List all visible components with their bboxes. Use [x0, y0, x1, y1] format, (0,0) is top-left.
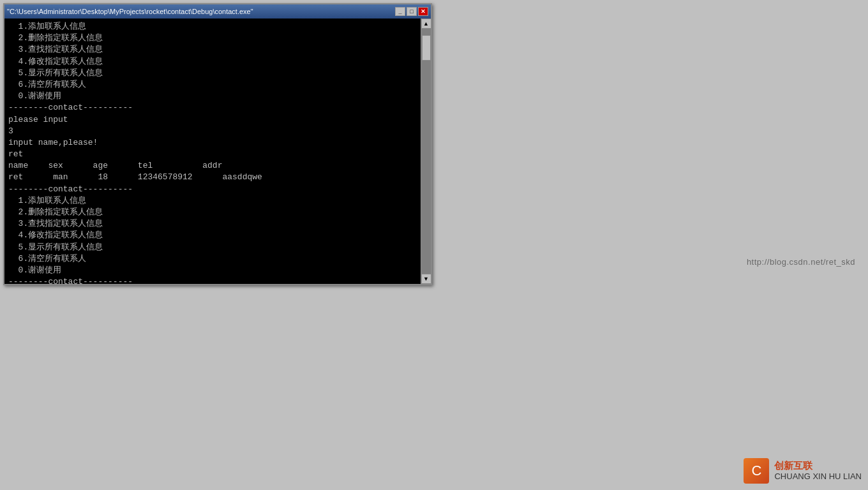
console-text: 1.添加联系人信息 2.删除指定联系人信息 3.查找指定联系人信息 4.修改指定… — [8, 21, 417, 284]
console-output: 1.添加联系人信息 2.删除指定联系人信息 3.查找指定联系人信息 4.修改指定… — [4, 19, 421, 284]
maximize-button[interactable]: □ — [407, 7, 417, 16]
window-title: "C:\Users\Administrator\Desktop\MyProjec… — [7, 8, 395, 15]
close-button[interactable]: ✕ — [418, 7, 428, 16]
logo-area: C 创新互联 CHUANG XIN HU LIAN — [744, 458, 862, 484]
scroll-thumb[interactable] — [422, 35, 431, 61]
logo-text: 创新互联 CHUANG XIN HU LIAN — [774, 459, 862, 482]
scroll-down-button[interactable]: ▼ — [421, 274, 431, 284]
watermark-url: http://blog.csdn.net/ret_skd — [747, 257, 855, 267]
scroll-track — [421, 29, 431, 274]
window-controls: _ □ ✕ — [395, 7, 428, 16]
logo-icon: C — [744, 458, 769, 484]
logo-sub-text: CHUANG XIN HU LIAN — [774, 471, 862, 482]
scrollbar[interactable]: ▲ ▼ — [421, 19, 431, 284]
console-area: 1.添加联系人信息 2.删除指定联系人信息 3.查找指定联系人信息 4.修改指定… — [4, 19, 431, 284]
console-window: "C:\Users\Administrator\Desktop\MyProjec… — [3, 3, 432, 285]
title-bar: "C:\Users\Administrator\Desktop\MyProjec… — [4, 4, 431, 19]
scroll-up-button[interactable]: ▲ — [421, 19, 431, 29]
minimize-button[interactable]: _ — [395, 7, 405, 16]
logo-main-text: 创新互联 — [774, 459, 862, 472]
